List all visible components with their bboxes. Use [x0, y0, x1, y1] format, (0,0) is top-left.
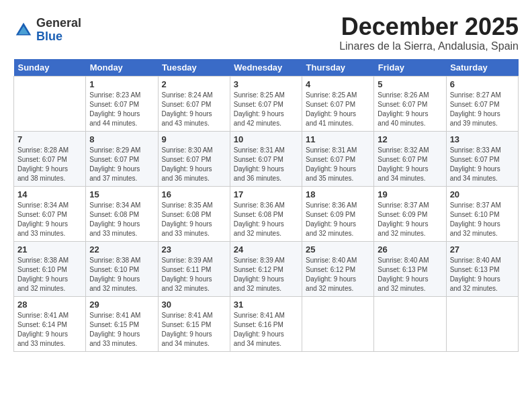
day-cell: 20Sunrise: 8:37 AM Sunset: 6:10 PM Dayli… — [446, 186, 518, 241]
day-number: 19 — [378, 189, 442, 199]
day-number: 12 — [378, 134, 442, 144]
day-number: 21 — [17, 244, 82, 255]
day-cell: 13Sunrise: 8:33 AM Sunset: 6:07 PM Dayli… — [446, 131, 518, 186]
day-cell: 19Sunrise: 8:37 AM Sunset: 6:09 PM Dayli… — [374, 186, 446, 241]
day-number: 28 — [17, 300, 82, 310]
logo: General Blue — [13, 17, 81, 44]
day-cell: 23Sunrise: 8:39 AM Sunset: 6:11 PM Dayli… — [158, 241, 230, 296]
day-info: Sunrise: 8:26 AM Sunset: 6:07 PM Dayligh… — [378, 91, 442, 128]
day-number: 26 — [378, 244, 442, 255]
day-cell: 11Sunrise: 8:31 AM Sunset: 6:07 PM Dayli… — [302, 131, 374, 186]
day-info: Sunrise: 8:41 AM Sunset: 6:14 PM Dayligh… — [17, 311, 82, 349]
day-info: Sunrise: 8:35 AM Sunset: 6:08 PM Dayligh… — [162, 201, 226, 238]
day-cell: 7Sunrise: 8:28 AM Sunset: 6:07 PM Daylig… — [14, 131, 86, 186]
header-row: SundayMondayTuesdayWednesdayThursdayFrid… — [14, 59, 519, 77]
day-info: Sunrise: 8:31 AM Sunset: 6:07 PM Dayligh… — [306, 146, 370, 183]
day-info: Sunrise: 8:41 AM Sunset: 6:15 PM Dayligh… — [89, 311, 154, 349]
day-number: 29 — [89, 300, 154, 310]
day-cell: 28Sunrise: 8:41 AM Sunset: 6:14 PM Dayli… — [14, 296, 86, 351]
day-info: Sunrise: 8:27 AM Sunset: 6:07 PM Dayligh… — [450, 91, 515, 128]
day-cell: 6Sunrise: 8:27 AM Sunset: 6:07 PM Daylig… — [446, 76, 518, 131]
day-cell: 4Sunrise: 8:25 AM Sunset: 6:07 PM Daylig… — [302, 76, 374, 131]
day-number: 23 — [162, 244, 226, 255]
day-cell — [374, 296, 446, 351]
day-number: 14 — [17, 189, 82, 199]
day-info: Sunrise: 8:25 AM Sunset: 6:07 PM Dayligh… — [306, 91, 370, 128]
day-info: Sunrise: 8:38 AM Sunset: 6:10 PM Dayligh… — [17, 256, 82, 293]
column-header-tuesday: Tuesday — [158, 59, 230, 77]
day-number: 8 — [89, 134, 154, 144]
week-row-3: 14Sunrise: 8:34 AM Sunset: 6:07 PM Dayli… — [14, 186, 519, 241]
column-header-thursday: Thursday — [302, 59, 374, 77]
location: Linares de la Sierra, Andalusia, Spain — [339, 40, 519, 52]
week-row-5: 28Sunrise: 8:41 AM Sunset: 6:14 PM Dayli… — [14, 296, 519, 351]
day-info: Sunrise: 8:31 AM Sunset: 6:07 PM Dayligh… — [234, 146, 298, 183]
logo-icon — [13, 20, 34, 40]
column-header-friday: Friday — [374, 59, 446, 77]
day-cell: 1Sunrise: 8:23 AM Sunset: 6:07 PM Daylig… — [86, 76, 158, 131]
day-info: Sunrise: 8:23 AM Sunset: 6:07 PM Dayligh… — [89, 91, 154, 128]
day-number: 11 — [306, 134, 370, 144]
day-info: Sunrise: 8:37 AM Sunset: 6:10 PM Dayligh… — [450, 201, 515, 238]
day-info: Sunrise: 8:40 AM Sunset: 6:12 PM Dayligh… — [306, 256, 370, 293]
day-cell: 14Sunrise: 8:34 AM Sunset: 6:07 PM Dayli… — [14, 186, 86, 241]
day-info: Sunrise: 8:38 AM Sunset: 6:10 PM Dayligh… — [89, 256, 154, 293]
day-number: 27 — [450, 244, 515, 255]
day-info: Sunrise: 8:28 AM Sunset: 6:07 PM Dayligh… — [17, 146, 82, 183]
day-cell: 21Sunrise: 8:38 AM Sunset: 6:10 PM Dayli… — [14, 241, 86, 296]
day-cell: 26Sunrise: 8:40 AM Sunset: 6:13 PM Dayli… — [374, 241, 446, 296]
day-info: Sunrise: 8:37 AM Sunset: 6:09 PM Dayligh… — [378, 201, 442, 238]
week-row-4: 21Sunrise: 8:38 AM Sunset: 6:10 PM Dayli… — [14, 241, 519, 296]
day-cell: 10Sunrise: 8:31 AM Sunset: 6:07 PM Dayli… — [230, 131, 302, 186]
day-number: 17 — [234, 189, 298, 199]
day-cell: 31Sunrise: 8:41 AM Sunset: 6:16 PM Dayli… — [230, 296, 302, 351]
day-cell: 22Sunrise: 8:38 AM Sunset: 6:10 PM Dayli… — [86, 241, 158, 296]
day-info: Sunrise: 8:39 AM Sunset: 6:11 PM Dayligh… — [162, 256, 226, 293]
day-cell: 3Sunrise: 8:25 AM Sunset: 6:07 PM Daylig… — [230, 76, 302, 131]
day-number: 15 — [89, 189, 154, 199]
day-number: 31 — [234, 300, 298, 310]
day-number: 25 — [306, 244, 370, 255]
day-cell: 5Sunrise: 8:26 AM Sunset: 6:07 PM Daylig… — [374, 76, 446, 131]
day-info: Sunrise: 8:33 AM Sunset: 6:07 PM Dayligh… — [450, 146, 515, 183]
day-number: 24 — [234, 244, 298, 255]
day-info: Sunrise: 8:25 AM Sunset: 6:07 PM Dayligh… — [234, 91, 298, 128]
day-cell — [302, 296, 374, 351]
day-number: 9 — [162, 134, 226, 144]
day-cell: 29Sunrise: 8:41 AM Sunset: 6:15 PM Dayli… — [86, 296, 158, 351]
day-info: Sunrise: 8:29 AM Sunset: 6:07 PM Dayligh… — [89, 146, 154, 183]
logo-blue: Blue — [36, 30, 81, 44]
day-info: Sunrise: 8:34 AM Sunset: 6:07 PM Dayligh… — [17, 201, 82, 238]
week-row-2: 7Sunrise: 8:28 AM Sunset: 6:07 PM Daylig… — [14, 131, 519, 186]
day-info: Sunrise: 8:32 AM Sunset: 6:07 PM Dayligh… — [378, 146, 442, 183]
day-cell — [446, 296, 518, 351]
month-title: December 2025 — [339, 13, 519, 40]
page-header: General Blue December 2025 Linares de la… — [13, 13, 519, 52]
day-info: Sunrise: 8:30 AM Sunset: 6:07 PM Dayligh… — [162, 146, 226, 183]
day-cell: 24Sunrise: 8:39 AM Sunset: 6:12 PM Dayli… — [230, 241, 302, 296]
day-info: Sunrise: 8:34 AM Sunset: 6:08 PM Dayligh… — [89, 201, 154, 238]
day-info: Sunrise: 8:41 AM Sunset: 6:15 PM Dayligh… — [162, 311, 226, 349]
day-number: 2 — [162, 79, 226, 89]
day-cell: 17Sunrise: 8:36 AM Sunset: 6:08 PM Dayli… — [230, 186, 302, 241]
day-cell: 12Sunrise: 8:32 AM Sunset: 6:07 PM Dayli… — [374, 131, 446, 186]
day-cell: 2Sunrise: 8:24 AM Sunset: 6:07 PM Daylig… — [158, 76, 230, 131]
day-cell: 18Sunrise: 8:36 AM Sunset: 6:09 PM Dayli… — [302, 186, 374, 241]
day-number: 20 — [450, 189, 515, 199]
day-cell — [14, 76, 86, 131]
day-cell: 16Sunrise: 8:35 AM Sunset: 6:08 PM Dayli… — [158, 186, 230, 241]
logo-general: General — [36, 17, 81, 30]
column-header-wednesday: Wednesday — [230, 59, 302, 77]
day-number: 5 — [378, 79, 442, 89]
day-info: Sunrise: 8:24 AM Sunset: 6:07 PM Dayligh… — [162, 91, 226, 128]
day-number: 10 — [234, 134, 298, 144]
day-info: Sunrise: 8:40 AM Sunset: 6:13 PM Dayligh… — [378, 256, 442, 293]
column-header-saturday: Saturday — [446, 59, 518, 77]
day-number: 3 — [234, 79, 298, 89]
day-number: 22 — [89, 244, 154, 255]
calendar-table: SundayMondayTuesdayWednesdayThursdayFrid… — [13, 59, 519, 352]
day-number: 4 — [306, 79, 370, 89]
day-cell: 27Sunrise: 8:40 AM Sunset: 6:13 PM Dayli… — [446, 241, 518, 296]
day-number: 30 — [162, 300, 226, 310]
title-section: December 2025 Linares de la Sierra, Anda… — [339, 13, 519, 52]
